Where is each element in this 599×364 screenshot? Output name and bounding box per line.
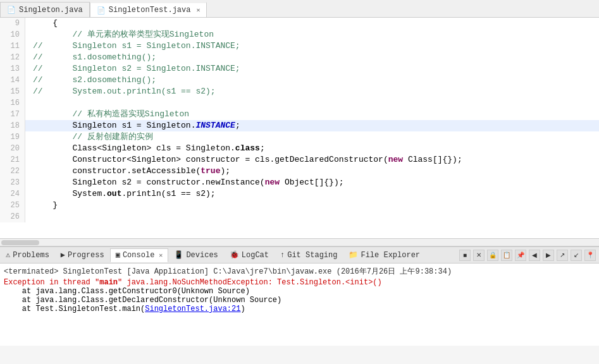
line-content xyxy=(25,97,38,109)
line-content: // 反射创建新的实例 xyxy=(25,131,153,143)
tab-devices[interactable]: 📱 Devices xyxy=(168,248,223,262)
line-number: 12 xyxy=(0,52,25,63)
stack-line-3: at Test.SingletonTest.main(SingletonTest… xyxy=(4,305,595,313)
line-number: 13 xyxy=(0,63,25,75)
thread-keyword: main xyxy=(99,278,118,287)
line-content: Class<Singleton> cls = Singleton.class; xyxy=(25,143,265,154)
line-number: 15 xyxy=(0,86,25,97)
code-line: 9 { xyxy=(0,18,599,29)
line-content: // Singleton s2 = Singleton.INSTANCE; xyxy=(25,63,240,75)
code-lines: 9 { 10 // 单元素的枚举类型实现Singleton 11 // Sing… xyxy=(0,18,599,222)
terminated-text: <terminated> SingletonTest [Java Applica… xyxy=(4,267,452,276)
line-number: 20 xyxy=(0,143,25,154)
tab-console-label: Console xyxy=(123,251,154,260)
code-line: 14 // s2.dosomething(); xyxy=(0,75,599,86)
java-file-icon: 📄 xyxy=(7,6,16,14)
tab-file-explorer[interactable]: 📁 File Explorer xyxy=(343,248,426,262)
line-content xyxy=(25,211,38,222)
line-content: constructor.setAccessible(true); xyxy=(25,166,230,177)
code-line: 24 System.out.println(s1 == s2); xyxy=(0,188,599,200)
pin-button[interactable]: 📍 xyxy=(584,250,596,261)
logcat-icon: 🐞 xyxy=(230,250,239,260)
file-explorer-icon: 📁 xyxy=(349,250,358,260)
code-line: 12 // s1.dosomething(); xyxy=(0,52,599,63)
close-tab-button[interactable]: ✕ xyxy=(196,6,200,14)
close-console-tab[interactable]: ✕ xyxy=(159,252,163,259)
exception-class: java.lang.NoSuchMethodException xyxy=(127,278,268,287)
java-file-icon-active: 📄 xyxy=(97,6,106,15)
clear-button[interactable]: ✕ xyxy=(473,250,485,261)
tab-logcat[interactable]: 🐞 LogCat xyxy=(224,248,275,262)
line-number: 10 xyxy=(0,29,25,40)
line-number: 22 xyxy=(0,166,25,177)
bottom-panel: ⚠ Problems ▶ Progress ▣ Console ✕ 📱 Devi… xyxy=(0,246,599,346)
progress-icon: ▶ xyxy=(61,250,65,260)
code-line: 10 // 单元素的枚举类型实现Singleton xyxy=(0,29,599,40)
line-content: // 私有构造器实现Singleton xyxy=(25,109,189,120)
tab-devices-label: Devices xyxy=(186,251,218,260)
line-content: // s2.dosomething(); xyxy=(25,75,156,86)
line-content: Singleton s1 = Singleton.INSTANCE; xyxy=(25,120,240,131)
code-line: 22 constructor.setAccessible(true); xyxy=(0,166,599,177)
line-number: 25 xyxy=(0,200,25,211)
stack-line-2: at java.lang.Class.getDeclaredConstructo… xyxy=(4,296,595,305)
console-output: <terminated> SingletonTest [Java Applica… xyxy=(0,264,599,346)
scroll-lock-button[interactable]: 🔒 xyxy=(487,250,498,261)
line-number: 23 xyxy=(0,177,25,188)
tab-logcat-label: LogCat xyxy=(242,251,269,260)
code-line: 13 // Singleton s2 = Singleton.INSTANCE; xyxy=(0,63,599,75)
line-content: System.out.println(s1 == s2); xyxy=(25,188,216,200)
line-content: // s1.dosomething(); xyxy=(25,52,156,63)
tab-bar: 📄 Singleton.java 📄 SingletonTest.java ✕ xyxy=(0,0,599,18)
toolbar-btn3[interactable]: ↗ xyxy=(557,250,568,261)
terminated-line: <terminated> SingletonTest [Java Applica… xyxy=(4,266,595,277)
code-line: 16 xyxy=(0,97,599,109)
line-number: 17 xyxy=(0,109,25,120)
line-content: Constructor<Singleton> constructor = cls… xyxy=(25,154,462,166)
tab-problems[interactable]: ⚠ Problems xyxy=(0,248,55,262)
line-number: 9 xyxy=(0,18,25,29)
stack-link[interactable]: SingletonTest.java:21 xyxy=(145,305,240,313)
code-line: 26 xyxy=(0,211,599,222)
toolbar-btn1[interactable]: ◀ xyxy=(529,250,540,261)
problems-icon: ⚠ xyxy=(6,250,10,260)
editor-area: 9 { 10 // 单元素的枚举类型实现Singleton 11 // Sing… xyxy=(0,18,599,239)
tab-git-label: Git Staging xyxy=(287,251,337,260)
line-number: 19 xyxy=(0,131,25,143)
git-icon: ↑ xyxy=(280,251,285,260)
tab-singleton-java[interactable]: 📄 Singleton.java xyxy=(0,2,90,17)
line-number: 21 xyxy=(0,154,25,166)
tab-problems-label: Problems xyxy=(13,251,49,260)
tab-progress-label: Progress xyxy=(68,251,104,260)
line-content: Singleton s2 = constructor.newInstance(n… xyxy=(25,177,344,188)
line-content: { xyxy=(25,18,58,29)
scrollbar-thumb[interactable] xyxy=(1,240,39,245)
code-line: 23 Singleton s2 = constructor.newInstanc… xyxy=(0,177,599,188)
tab-progress[interactable]: ▶ Progress xyxy=(55,248,110,262)
code-line-highlighted: 18 Singleton s1 = Singleton.INSTANCE; xyxy=(0,120,599,131)
horizontal-scrollbar[interactable] xyxy=(0,239,599,246)
tab-singleton-test-java[interactable]: 📄 SingletonTest.java ✕ xyxy=(90,2,207,17)
line-content: // System.out.println(s1 == s2); xyxy=(25,86,216,97)
line-content: // 单元素的枚举类型实现Singleton xyxy=(25,29,214,40)
toolbar-btn2[interactable]: ▶ xyxy=(543,250,554,261)
copy-button[interactable]: 📋 xyxy=(501,250,512,261)
tab-console[interactable]: ▣ Console ✕ xyxy=(110,248,169,262)
line-number: 16 xyxy=(0,97,25,109)
code-line: 19 // 反射创建新的实例 xyxy=(0,131,599,143)
stop-button[interactable]: ■ xyxy=(459,250,471,261)
paste-button[interactable]: 📌 xyxy=(515,250,526,261)
code-line: 11 // Singleton s1 = Singleton.INSTANCE; xyxy=(0,40,599,52)
toolbar-btn4[interactable]: ↙ xyxy=(571,250,582,261)
tab-git-staging[interactable]: ↑ Git Staging xyxy=(275,248,343,262)
tab-label: Singleton.java xyxy=(19,6,83,15)
code-line: 20 Class<Singleton> cls = Singleton.clas… xyxy=(0,143,599,154)
tab-label-active: SingletonTest.java xyxy=(109,6,191,15)
code-line: 21 Constructor<Singleton> constructor = … xyxy=(0,154,599,166)
tab-file-explorer-label: File Explorer xyxy=(361,251,420,260)
line-content: // Singleton s1 = Singleton.INSTANCE; xyxy=(25,40,240,52)
line-number: 26 xyxy=(0,211,25,222)
exception-detail: : Test.Singleton.<init>() xyxy=(268,278,382,287)
code-line: 25 } xyxy=(0,200,599,211)
code-line: 17 // 私有构造器实现Singleton xyxy=(0,109,599,120)
